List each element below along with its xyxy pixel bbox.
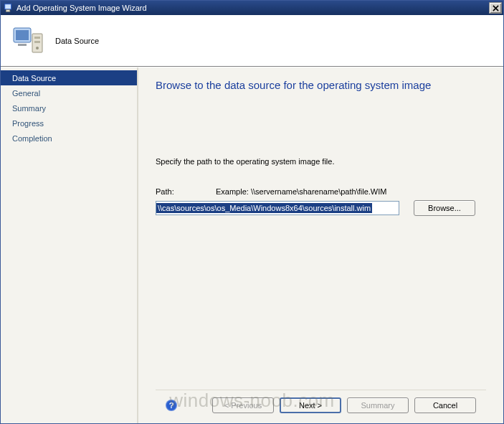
sidebar-item-progress[interactable]: Progress xyxy=(1,116,137,131)
sidebar-item-label: Summary xyxy=(12,104,46,113)
title-bar: Add Operating System Image Wizard xyxy=(1,1,503,15)
header-title: Data Source xyxy=(55,37,99,45)
svg-rect-6 xyxy=(34,37,40,39)
svg-rect-0 xyxy=(5,4,11,9)
help-icon[interactable]: ? xyxy=(166,400,177,411)
sidebar-item-label: General xyxy=(12,89,40,98)
path-row: Path: Example: \\servername\sharename\pa… xyxy=(156,187,486,196)
next-button[interactable]: Next > xyxy=(280,397,341,413)
app-icon xyxy=(4,3,14,13)
wizard-footer: ? < Previous Next > Summary Cancel xyxy=(156,390,486,423)
svg-rect-3 xyxy=(16,30,29,40)
close-button[interactable] xyxy=(489,2,502,14)
summary-button: Summary xyxy=(347,397,409,413)
svg-rect-4 xyxy=(18,44,27,46)
sidebar-item-general[interactable]: General xyxy=(1,85,137,100)
svg-point-8 xyxy=(36,47,39,50)
svg-rect-1 xyxy=(6,10,10,12)
path-label: Path: xyxy=(156,187,216,196)
sidebar-item-label: Data Source xyxy=(12,74,56,83)
previous-button: < Previous xyxy=(212,397,274,413)
path-input[interactable]: \\cas\sources\os\os_Media\Windows8x64\so… xyxy=(156,201,399,215)
computer-icon xyxy=(11,24,45,58)
spec-instruction: Specify the path to the operating system… xyxy=(156,157,486,166)
sidebar-item-label: Progress xyxy=(12,119,44,128)
svg-rect-7 xyxy=(34,41,40,43)
sidebar-item-completion[interactable]: Completion xyxy=(1,131,137,146)
path-example: Example: \\servername\sharename\path\fil… xyxy=(216,187,386,196)
wizard-header: Data Source xyxy=(1,15,503,67)
wizard-main: Browse to the data source for the operat… xyxy=(137,67,503,423)
window-title: Add Operating System Image Wizard xyxy=(16,4,489,12)
path-input-value: \\cas\sources\os\os_Media\Windows8x64\so… xyxy=(156,203,372,213)
wizard-body: Data Source General Summary Progress Com… xyxy=(1,67,503,423)
sidebar-item-data-source[interactable]: Data Source xyxy=(1,70,137,85)
cancel-button[interactable]: Cancel xyxy=(414,397,476,413)
wizard-sidebar: Data Source General Summary Progress Com… xyxy=(1,67,137,423)
sidebar-item-summary[interactable]: Summary xyxy=(1,100,137,116)
browse-button[interactable]: Browse... xyxy=(414,200,475,216)
page-title: Browse to the data source for the operat… xyxy=(156,79,486,91)
sidebar-item-label: Completion xyxy=(12,134,52,143)
